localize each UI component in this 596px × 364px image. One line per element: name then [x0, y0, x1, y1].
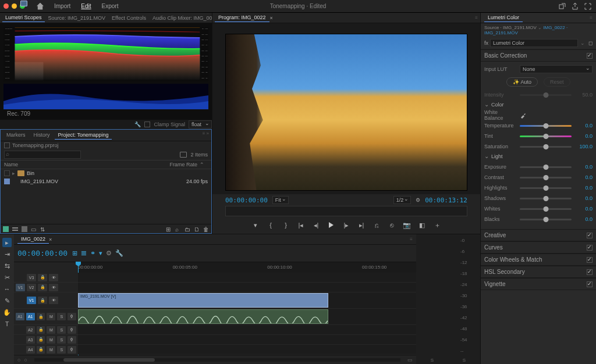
col-name[interactable]: Name [4, 162, 166, 167]
shadows-value[interactable]: 0.0 [575, 195, 593, 201]
home-icon[interactable] [37, 3, 44, 10]
track-lock-icon[interactable]: 🔒 [37, 346, 45, 354]
nav-export[interactable]: Export [102, 3, 119, 9]
freeform-view-icon[interactable] [3, 226, 9, 232]
slider-knob[interactable] [543, 165, 548, 170]
tab-markers[interactable]: Markers [3, 131, 29, 140]
section-toggle[interactable] [587, 281, 593, 287]
settings-icon[interactable]: ⚙ [106, 249, 112, 257]
blacks-value[interactable]: 0.0 [575, 216, 593, 222]
track-target[interactable]: A1 [26, 313, 35, 320]
whites-value[interactable]: 0.0 [575, 206, 593, 212]
exposure-value[interactable]: 0.0 [575, 164, 593, 170]
track-lock-icon[interactable]: 🔒 [37, 336, 45, 344]
col-framerate[interactable]: Frame Rate [168, 162, 197, 167]
clamp-signal-checkbox[interactable] [144, 122, 150, 127]
fullscreen-icon[interactable] [584, 3, 591, 10]
label-swatch[interactable] [4, 170, 10, 176]
program-ruler[interactable] [225, 206, 467, 216]
export-frame-icon[interactable]: 📷 [402, 220, 411, 230]
reset-button[interactable]: Reset [544, 77, 570, 87]
quick-export-icon[interactable] [559, 3, 566, 10]
section-toggle[interactable] [587, 245, 593, 251]
pen-tool-icon[interactable]: ✎ [2, 296, 12, 305]
tab-lumetri-color[interactable]: Lumetri Color [484, 13, 523, 22]
src-patch-v[interactable]: V1 [16, 284, 25, 291]
icon-view-icon[interactable] [22, 226, 27, 232]
go-to-out-icon[interactable]: ▸| [357, 220, 366, 230]
extract-icon[interactable]: ⎋ [387, 220, 396, 230]
slider-knob[interactable] [543, 206, 548, 212]
track-output-icon[interactable]: 👁 [49, 284, 58, 291]
mute-button[interactable]: M [47, 336, 55, 344]
program-zoom-select[interactable]: Fit [272, 196, 289, 204]
razor-tool-icon[interactable]: ✂ [2, 273, 12, 282]
track-target[interactable]: V3 [27, 274, 36, 281]
writable-icon[interactable] [4, 142, 10, 148]
add-marker-icon[interactable]: ▾ [251, 220, 260, 230]
project-search-input[interactable] [4, 151, 81, 159]
voice-over-icon[interactable]: 🎙 [68, 346, 76, 354]
solo-button[interactable]: S [57, 336, 66, 344]
trash-icon[interactable]: 🗑 [203, 226, 209, 232]
voice-over-icon[interactable]: 🎙 [68, 313, 76, 320]
saturation-value[interactable]: 100.0 [575, 144, 593, 149]
type-tool-icon[interactable]: T [2, 319, 12, 329]
section-toggle[interactable] [587, 269, 593, 275]
track-target[interactable]: V2 [27, 284, 36, 291]
section-toggle[interactable] [587, 233, 593, 238]
marker-icon[interactable]: ▾ [99, 249, 102, 257]
tab-program[interactable]: Program: IMG_0022 [215, 13, 269, 22]
tab-history[interactable]: History [30, 131, 54, 140]
highlights-value[interactable]: 0.0 [575, 185, 593, 191]
close-icon[interactable] [3, 3, 9, 9]
section-creative[interactable]: Creative [481, 229, 596, 241]
whites-slider[interactable] [520, 208, 572, 210]
track-target[interactable]: V1 [27, 297, 36, 304]
new-item-icon[interactable]: 🗋 [194, 226, 200, 232]
voice-over-icon[interactable]: 🎙 [68, 336, 76, 344]
auto-sequence-icon[interactable]: ⊞ [166, 226, 172, 232]
section-toggle[interactable] [587, 53, 593, 59]
program-viewer[interactable] [212, 23, 480, 194]
step-fwd-icon[interactable]: |▸ [342, 220, 351, 230]
minimize-icon[interactable] [12, 3, 17, 9]
slip-tool-icon[interactable]: ↔ [2, 284, 12, 294]
contrast-slider[interactable] [520, 177, 572, 179]
step-back-icon[interactable]: ◂| [311, 220, 321, 230]
mute-button[interactable]: M [47, 326, 55, 334]
selection-tool-icon[interactable]: ▸ [2, 238, 12, 247]
track-target[interactable]: A4 [26, 346, 35, 354]
slider-knob[interactable] [543, 144, 548, 149]
temperature-value[interactable]: 0.0 [575, 123, 593, 129]
timeline-tc[interactable]: 00:00:00:00 [17, 249, 68, 258]
mute-button[interactable]: M [47, 313, 55, 320]
slider-knob[interactable] [543, 196, 548, 201]
track-select-tool-icon[interactable]: ⇥ [2, 249, 12, 259]
color-caret[interactable] [484, 101, 489, 108]
wrench-icon[interactable]: 🔧 [115, 249, 123, 257]
video-clip[interactable]: IMG_2191.MOV [V] [78, 293, 328, 308]
program-tc-left[interactable]: 00:00:00:00 [225, 197, 268, 204]
tab-source[interactable]: Source: IMG_2191.MOV [45, 14, 109, 22]
slider-knob[interactable] [543, 185, 548, 191]
tint-value[interactable]: 0.0 [575, 133, 593, 139]
label-swatch[interactable] [4, 179, 10, 184]
mask-icon[interactable]: ◻ [588, 40, 593, 46]
track-target[interactable]: A2 [26, 326, 35, 334]
list-view-icon[interactable] [12, 227, 18, 231]
go-to-in-icon[interactable]: |◂ [296, 220, 306, 230]
tab-effect-controls[interactable]: Effect Controls [109, 14, 149, 22]
contrast-value[interactable]: 0.0 [575, 174, 593, 180]
lift-icon[interactable]: ⎌ [372, 220, 381, 230]
project-row-clip[interactable]: IMG_2191.MOV 24.00 fps [1, 177, 211, 185]
temperature-slider[interactable] [520, 125, 572, 127]
timeline-canvas[interactable]: IMG_2191.MOV [V] [78, 273, 416, 355]
solo-button[interactable]: S [57, 313, 66, 320]
section-toggle[interactable] [587, 257, 593, 263]
slider-knob[interactable] [543, 217, 548, 222]
nest-icon[interactable]: ⊞ [72, 249, 77, 257]
sort-icon[interactable]: ⇅ [40, 226, 46, 232]
tab-project[interactable]: Project: Tonemapping [55, 131, 112, 140]
mark-in-icon[interactable]: { [266, 220, 275, 230]
